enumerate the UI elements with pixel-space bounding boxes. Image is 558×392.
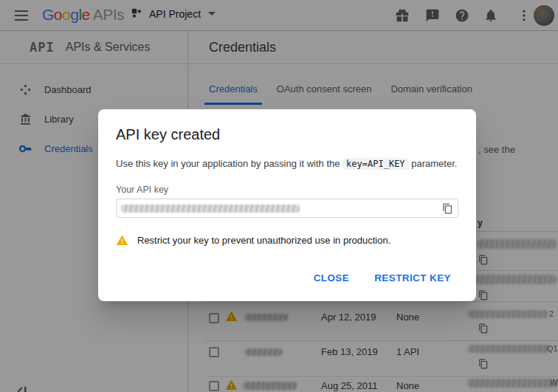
restrict-key-button[interactable]: RESTRICT KEY [367, 266, 458, 290]
body-text: parameter. [409, 158, 458, 169]
warning-text: Restrict your key to prevent unauthorize… [137, 234, 390, 247]
copy-icon[interactable] [442, 203, 453, 214]
api-key-field-label: Your API key [116, 185, 458, 195]
dialog-title: API key created [116, 125, 458, 143]
restriction-warning: Restrict your key to prevent unauthorize… [116, 234, 458, 247]
dialog-body: Use this key in your application by pass… [116, 158, 458, 170]
warning-icon [116, 234, 128, 247]
body-text: Use this key in your application by pass… [116, 158, 342, 169]
api-key-field[interactable] [116, 199, 458, 218]
close-button[interactable]: CLOSE [306, 266, 357, 290]
app-window: GoogleAPIs API Project API APIs & Servic… [0, 0, 558, 392]
dialog-actions: CLOSE RESTRICT KEY [116, 266, 458, 290]
code-chip: key=API_KEY [342, 158, 408, 170]
redacted-api-key-value [121, 204, 300, 213]
api-key-created-dialog: API key created Use this key in your app… [98, 109, 476, 301]
